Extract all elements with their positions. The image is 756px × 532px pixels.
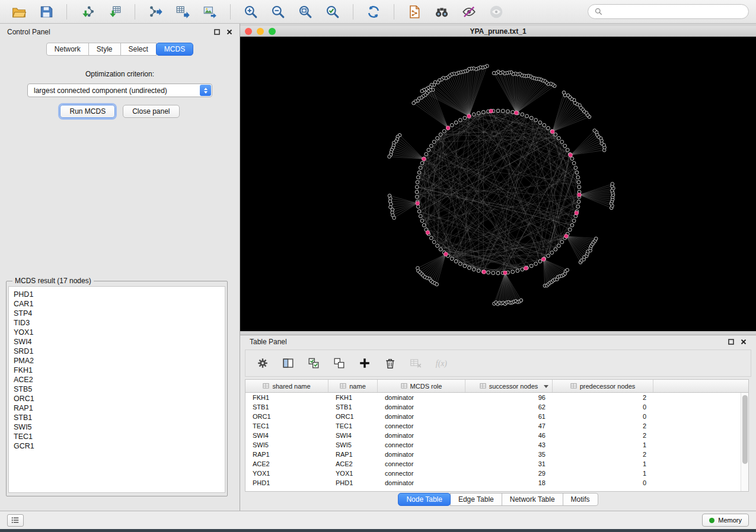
- mcds-result-item[interactable]: CAR1: [14, 299, 225, 309]
- import-network-from-file-button[interactable]: [75, 2, 99, 21]
- toolbar-button-groups: [7, 2, 508, 21]
- table-row[interactable]: SWI4SWI4dominator462: [245, 431, 748, 440]
- control-panel-title: Control Panel: [7, 28, 50, 36]
- table-tab-motifs[interactable]: Motifs: [563, 493, 598, 506]
- cell-name: YOX1: [328, 470, 378, 477]
- column-header-name[interactable]: name: [328, 380, 378, 392]
- zoom-in-button[interactable]: [239, 2, 263, 21]
- search-input[interactable]: [607, 8, 742, 16]
- memory-status-dot: [709, 518, 714, 523]
- window-close-button[interactable]: [245, 28, 252, 35]
- zoom-selected-button[interactable]: [321, 2, 344, 21]
- import-table-from-file-button[interactable]: [103, 2, 126, 21]
- mcds-result-list[interactable]: PHD1CAR1STP4TID3YOX1SWI4SRD1PMA2FKH1ACE2…: [8, 286, 225, 493]
- table-row[interactable]: ACE2ACE2connector311: [245, 459, 748, 469]
- tab-select[interactable]: Select: [120, 43, 157, 56]
- find-network-button[interactable]: [430, 2, 454, 21]
- table-float-window-icon[interactable]: [728, 339, 734, 345]
- tab-style[interactable]: Style: [88, 43, 121, 56]
- mcds-result-item[interactable]: ACE2: [14, 375, 225, 384]
- mcds-result-item[interactable]: TID3: [14, 318, 225, 328]
- table-scrollbar-thumb[interactable]: [742, 395, 748, 464]
- cell-mcds-role: dominator: [378, 403, 465, 411]
- mcds-result-item[interactable]: RAP1: [14, 403, 225, 413]
- table-row[interactable]: ORC1ORC1dominator610: [245, 412, 748, 421]
- status-options-button[interactable]: [7, 514, 24, 527]
- mcds-result-item[interactable]: ORC1: [14, 394, 225, 403]
- table-scrollbar[interactable]: [741, 393, 748, 491]
- mcds-result-item[interactable]: YOX1: [14, 328, 225, 337]
- table-close-panel-icon[interactable]: [741, 339, 747, 345]
- app-window: Control Panel NetworkStyleSelectMCDS Opt…: [0, 0, 756, 529]
- column-header-predecessor-nodes[interactable]: predecessor nodes: [553, 380, 653, 392]
- add-icon: [358, 357, 371, 370]
- table-row[interactable]: FKH1FKH1dominator962: [245, 393, 748, 402]
- mcds-result-item[interactable]: SWI5: [14, 422, 225, 432]
- table-row[interactable]: TEC1TEC1connector472: [245, 421, 748, 431]
- zoom-out-button[interactable]: [266, 2, 290, 21]
- mcds-result-item[interactable]: PHD1: [14, 290, 225, 299]
- optimization-dropdown[interactable]: largest connected component (undirected): [27, 84, 212, 97]
- export-network-button[interactable]: [143, 2, 167, 21]
- table-row[interactable]: SWI5SWI5connector431: [245, 440, 748, 450]
- column-header-successor-nodes[interactable]: successor nodes: [465, 380, 553, 392]
- search-box[interactable]: [588, 4, 749, 19]
- show-columns-button[interactable]: [280, 355, 296, 371]
- run-mcds-button[interactable]: Run MCDS: [60, 105, 115, 118]
- export-table-button[interactable]: [171, 2, 194, 21]
- hide-panel-button[interactable]: [457, 2, 481, 21]
- mcds-result-item[interactable]: STB1: [14, 413, 225, 422]
- table-row[interactable]: RAP1RAP1dominator352: [245, 450, 748, 459]
- save-icon: [39, 4, 54, 20]
- share-network-button[interactable]: [403, 2, 426, 21]
- fit-content-button[interactable]: [294, 2, 317, 21]
- preview-button[interactable]: [484, 2, 508, 21]
- column-header-mcds-role[interactable]: MCDS role: [378, 380, 465, 392]
- deselect-all-rows-button[interactable]: [331, 355, 347, 371]
- column-menu-chevron-icon[interactable]: [544, 385, 548, 388]
- delete-columns-button[interactable]: [382, 355, 398, 371]
- export-image-button[interactable]: [198, 2, 222, 21]
- window-minimize-button[interactable]: [257, 28, 264, 35]
- table-tab-network-table[interactable]: Network Table: [502, 493, 563, 506]
- cell-successor-nodes: 61: [465, 413, 553, 420]
- cell-mcds-role: connector: [378, 470, 465, 477]
- window-zoom-button[interactable]: [269, 28, 276, 35]
- delete-table-button[interactable]: [408, 355, 423, 371]
- gear-icon: [256, 357, 269, 370]
- close-panel-icon[interactable]: [227, 29, 232, 35]
- mcds-result-item[interactable]: GCR1: [14, 441, 225, 451]
- apply-preferred-layout-button[interactable]: [362, 2, 385, 21]
- mcds-result-item[interactable]: TEC1: [14, 432, 225, 441]
- mcds-result-title: MCDS result (17 nodes): [12, 277, 94, 285]
- tab-mcds[interactable]: MCDS: [156, 43, 193, 56]
- open-session-button[interactable]: [7, 2, 31, 21]
- create-new-column-button[interactable]: [357, 355, 372, 371]
- mcds-result-item[interactable]: PMA2: [14, 356, 225, 366]
- table-mode-settings-button[interactable]: [255, 355, 270, 371]
- mcds-result-item[interactable]: FKH1: [14, 366, 225, 375]
- cell-successor-nodes: 35: [465, 451, 553, 458]
- float-window-icon[interactable]: [214, 29, 220, 35]
- mcds-result-item[interactable]: SWI4: [14, 337, 225, 347]
- table-row[interactable]: PHD1PHD1dominator180: [245, 478, 748, 488]
- table-header-row: shared namenameMCDS rolesuccessor nodesp…: [245, 380, 748, 393]
- function-builder-button[interactable]: f(x): [433, 355, 449, 371]
- memory-button[interactable]: Memory: [702, 514, 749, 527]
- table-row[interactable]: STB1STB1dominator620: [245, 402, 748, 412]
- save-session-button[interactable]: [34, 2, 58, 21]
- sort-icon: [480, 383, 486, 389]
- close-mcds-panel-button[interactable]: Close panel: [123, 105, 179, 118]
- table-tab-node-table[interactable]: Node Table: [398, 493, 451, 506]
- column-header-shared-name[interactable]: shared name: [245, 380, 328, 392]
- columns-icon: [282, 357, 295, 370]
- mcds-result-item[interactable]: STP4: [14, 309, 225, 318]
- select-all-rows-button[interactable]: [306, 355, 321, 371]
- cell-mcds-role: dominator: [378, 432, 465, 439]
- table-tab-edge-table[interactable]: Edge Table: [450, 493, 502, 506]
- tab-network[interactable]: Network: [46, 43, 89, 56]
- mcds-result-item[interactable]: SRD1: [14, 347, 225, 356]
- network-canvas[interactable]: [240, 37, 756, 331]
- mcds-result-item[interactable]: STB5: [14, 384, 225, 394]
- table-row[interactable]: YOX1YOX1connector291: [245, 469, 748, 478]
